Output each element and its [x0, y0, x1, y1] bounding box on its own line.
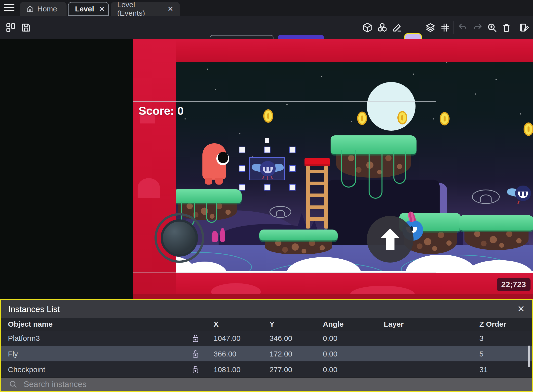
search-bar [1, 378, 532, 391]
selection-handle[interactable] [239, 147, 245, 153]
scene-editor-canvas[interactable]: Score: 0 22;723 [0, 39, 533, 299]
search-input[interactable] [24, 380, 524, 389]
tab-home-label: Home [37, 5, 57, 13]
scene-artwork: Score: 0 22;723 [133, 39, 533, 299]
instances-list-panel: Instances List ✕ Object name X Y Angle L… [0, 299, 533, 392]
joystick-knob[interactable] [161, 219, 198, 257]
lock-open-icon[interactable] [192, 334, 199, 343]
platform-object[interactable] [460, 215, 533, 250]
column-x[interactable]: X [209, 320, 265, 328]
score-hud-text: Score: 0 [139, 104, 184, 118]
arrow-up-icon [377, 226, 403, 252]
column-y[interactable]: Y [265, 320, 318, 328]
tab-level[interactable]: Level ✕ [68, 2, 109, 16]
cursor-coordinates-badge: 22;723 [497, 278, 531, 291]
grid-icon[interactable] [440, 22, 451, 33]
layout-icon[interactable] [5, 22, 16, 33]
tab-level-events[interactable]: Level (Events) ✕ [111, 2, 180, 16]
edit-scene-icon[interactable] [519, 22, 530, 33]
column-z-order[interactable]: Z Order [475, 320, 532, 328]
close-panel-icon[interactable]: ✕ [517, 304, 525, 314]
lock-open-icon[interactable] [192, 350, 199, 358]
table-row-platform3[interactable]: Platform3 1047.00 346.00 0.00 3 [1, 331, 532, 346]
selection-handle[interactable] [239, 184, 245, 191]
tab-level-label: Level [75, 5, 94, 13]
column-angle[interactable]: Angle [318, 320, 379, 328]
object-groups-icon[interactable] [377, 22, 387, 33]
close-icon[interactable]: ✕ [168, 5, 173, 13]
scrollbar-thumb[interactable] [528, 346, 530, 367]
toolbar: Preview Publish [0, 16, 533, 39]
jump-button-object[interactable] [367, 216, 414, 263]
out-of-bounds-strip [133, 294, 533, 299]
selection-handle[interactable] [264, 184, 270, 191]
table-row-checkpoint[interactable]: Checkpoint 1081.00 277.00 0.00 31 [1, 362, 532, 378]
selection-handle[interactable] [289, 184, 296, 191]
column-layer[interactable]: Layer [379, 320, 475, 328]
tab-bar: Home Level ✕ Level (Events) ✕ [0, 0, 533, 16]
cube-icon[interactable] [362, 22, 373, 33]
close-icon[interactable]: ✕ [99, 5, 105, 13]
lock-open-icon[interactable] [192, 365, 199, 374]
table-row-fly-selected[interactable]: Fly 366.00 172.00 0.00 5 [1, 346, 532, 362]
panel-title: Instances List [8, 304, 60, 314]
pencil-icon[interactable] [392, 22, 402, 33]
zoom-in-icon[interactable] [487, 22, 497, 33]
undo-icon[interactable] [457, 22, 468, 33]
trash-icon[interactable] [501, 22, 512, 33]
selection-handle[interactable] [264, 147, 270, 153]
tab-home[interactable]: Home [20, 2, 67, 16]
save-icon[interactable] [21, 22, 31, 33]
layers-icon[interactable] [425, 22, 436, 33]
coin-object[interactable] [440, 112, 450, 125]
fly-enemy-object[interactable] [511, 185, 533, 203]
selection-handle[interactable] [289, 165, 296, 172]
coin-object[interactable] [524, 122, 533, 136]
instances-table-header: Object name X Y Angle Layer Z Order [1, 318, 532, 331]
selection-handle[interactable] [289, 147, 296, 153]
selection-box[interactable] [249, 157, 285, 180]
home-icon [26, 5, 34, 13]
column-object-name[interactable]: Object name [8, 320, 182, 328]
rotation-handle[interactable] [265, 138, 269, 143]
tab-events-label: Level (Events) [117, 0, 163, 17]
out-of-bounds-overlay-top [176, 39, 533, 62]
eye-decoration [472, 190, 500, 204]
selection-handle[interactable] [239, 165, 245, 172]
menu-icon[interactable] [4, 4, 14, 12]
redo-icon[interactable] [472, 22, 483, 33]
search-icon [9, 380, 18, 389]
